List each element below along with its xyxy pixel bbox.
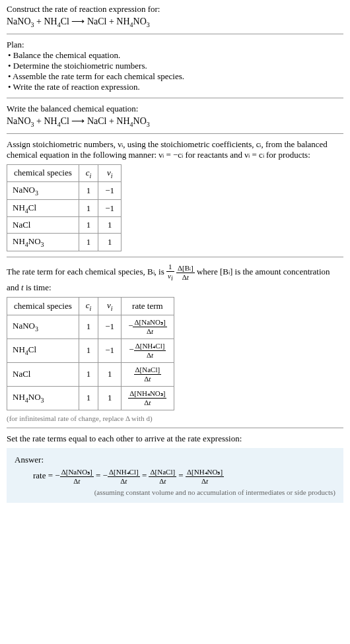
frac-den: Δt (108, 477, 140, 486)
v-cell: 1 (98, 386, 122, 410)
c-cell: 1 (79, 338, 98, 362)
answer-label: Answer: (15, 455, 335, 465)
rate-cell: Δ[NaCl]Δt (122, 362, 174, 386)
divider (7, 133, 343, 134)
table-row: NH4Cl 1 −1 (7, 199, 122, 217)
c-cell: 1 (79, 199, 98, 217)
species-cell: NH4NO3 (7, 234, 79, 251)
stoich-text: Assign stoichiometric numbers, νᵢ, using… (7, 139, 343, 160)
infinitesimal-note: (for infinitesimal rate of change, repla… (7, 414, 343, 422)
main-equation: NaNO3 + NH4Cl ⟶ NaCl + NH4NO3 (7, 16, 343, 28)
rate-frac-2: Δ[Bᵢ] Δt (176, 264, 195, 282)
rate-cell: Δ[NH₄NO₃]Δt (122, 386, 174, 410)
c-cell: 1 (79, 315, 98, 338)
frac-num: Δ[NH₄NO₃] (128, 389, 166, 399)
frac-den: Δt (133, 327, 166, 336)
table-row: NH4NO3 1 1 (7, 234, 122, 251)
rate-table: chemical species ci νi rate term NaNO3 1… (7, 297, 174, 410)
table-row: NH4NO3 1 1 Δ[NH₄NO₃]Δt (7, 386, 174, 410)
species-cell: NaNO3 (7, 182, 79, 200)
rate-text-end: is time: (24, 282, 52, 292)
table-header: νi (98, 164, 122, 182)
table-header: chemical species (7, 164, 79, 182)
frac-den: Δt (186, 477, 224, 486)
frac-num: Δ[NaCl] (134, 366, 162, 375)
frac-num: Δ[NaNO₃] (133, 318, 166, 327)
frac-den: Δt (60, 477, 94, 486)
table-row: NaCl 1 1 Δ[NaCl]Δt (7, 362, 174, 386)
answer-note: (assuming constant volume and no accumul… (15, 488, 335, 496)
plan-item: • Balance the chemical equation. (8, 50, 343, 61)
table-row: NaCl 1 1 (7, 217, 122, 234)
table-header: νi (98, 298, 122, 315)
divider (7, 98, 343, 98)
species-cell: NH4Cl (7, 199, 79, 217)
frac-num: Δ[Bᵢ] (176, 264, 195, 273)
rate-term-text: The rate term for each chemical species,… (7, 263, 343, 293)
frac-den: Δt (128, 399, 166, 407)
divider (7, 257, 343, 257)
rate-text-prefix: The rate term for each chemical species,… (7, 267, 166, 276)
stoich-table: chemical species ci νi NaNO3 1 −1 NH4Cl … (7, 164, 122, 251)
frac-num: 1 (166, 263, 174, 272)
plan-item: • Assemble the rate term for each chemic… (8, 71, 343, 82)
frac-den: Δt (149, 477, 176, 486)
v-cell: −1 (98, 315, 122, 338)
c-cell: 1 (79, 386, 98, 410)
answer-equation: rate = −Δ[NaNO₃]Δt = −Δ[NH₄Cl]Δt = Δ[NaC… (33, 468, 335, 486)
table-row: NaNO3 1 −1 −Δ[NaNO₃]Δt (7, 315, 174, 338)
v-cell: 1 (98, 234, 122, 251)
v-cell: −1 (98, 338, 122, 362)
table-header: rate term (122, 298, 174, 315)
balanced-equation: NaNO3 + NH4Cl ⟶ NaCl + NH4NO3 (7, 115, 343, 128)
v-cell: 1 (98, 217, 122, 234)
frac-den: Δt (134, 375, 162, 383)
frac-num: Δ[NH₄Cl] (134, 342, 166, 351)
c-cell: 1 (79, 234, 98, 251)
rate-prefix: rate = (33, 470, 55, 480)
frac-den: Δt (176, 273, 195, 282)
v-cell: −1 (98, 199, 122, 217)
plan-item: • Write the rate of reaction expression. (8, 82, 343, 92)
c-cell: 1 (79, 182, 98, 200)
final-heading: Set the rate terms equal to each other t… (7, 434, 343, 444)
title: Construct the rate of reaction expressio… (7, 4, 343, 15)
frac-den: νi (166, 272, 174, 282)
plan-item: • Determine the stoichiometric numbers. (8, 61, 343, 71)
table-header: chemical species (7, 298, 79, 315)
divider (7, 34, 343, 34)
species-cell: NH4NO3 (7, 386, 79, 410)
rate-cell: −Δ[NH₄Cl]Δt (122, 338, 174, 362)
frac-num: Δ[NaNO₃] (60, 468, 94, 477)
c-cell: 1 (79, 362, 98, 386)
v-cell: −1 (98, 182, 122, 200)
plan-heading: Plan: (7, 40, 343, 50)
rate-cell: −Δ[NaNO₃]Δt (122, 315, 174, 338)
answer-box: Answer: rate = −Δ[NaNO₃]Δt = −Δ[NH₄Cl]Δt… (7, 448, 343, 503)
frac-num: Δ[NH₄NO₃] (186, 468, 224, 477)
table-row: NH4Cl 1 −1 −Δ[NH₄Cl]Δt (7, 338, 174, 362)
rate-frac-1: 1 νi (166, 263, 174, 282)
balanced-heading: Write the balanced chemical equation: (7, 104, 343, 114)
table-row: NaNO3 1 −1 (7, 182, 122, 200)
v-cell: 1 (98, 362, 122, 386)
species-cell: NaNO3 (7, 315, 79, 338)
divider (7, 428, 343, 428)
frac-num: Δ[NaCl] (149, 468, 176, 477)
frac-num: Δ[NH₄Cl] (108, 468, 140, 477)
species-cell: NaCl (7, 362, 79, 386)
table-header: ci (79, 298, 98, 315)
frac-den: Δt (134, 351, 166, 360)
species-cell: NaCl (7, 217, 79, 234)
table-header: ci (79, 164, 98, 182)
c-cell: 1 (79, 217, 98, 234)
species-cell: NH4Cl (7, 338, 79, 362)
